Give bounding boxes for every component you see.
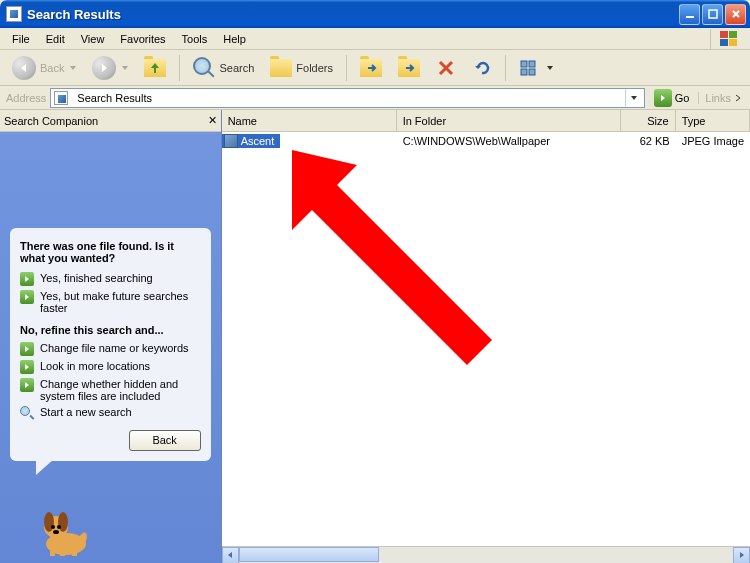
option-label: Change file name or keywords bbox=[40, 342, 189, 356]
column-name[interactable]: Name bbox=[222, 110, 397, 131]
separator bbox=[179, 55, 180, 81]
back-button[interactable]: Back bbox=[6, 53, 82, 83]
option-finished-searching[interactable]: Yes, finished searching bbox=[20, 272, 201, 286]
back-label: Back bbox=[40, 62, 64, 74]
svg-rect-3 bbox=[729, 31, 737, 38]
option-change-keywords[interactable]: Change file name or keywords bbox=[20, 342, 201, 356]
option-label: Change whether hidden and system files a… bbox=[40, 378, 201, 402]
annotation-arrow bbox=[262, 132, 522, 390]
svg-rect-4 bbox=[720, 39, 728, 46]
result-size: 62 KB bbox=[621, 135, 676, 147]
menu-view[interactable]: View bbox=[73, 31, 113, 47]
sidebar-header: Search Companion ✕ bbox=[0, 110, 221, 132]
go-arrow-icon bbox=[654, 89, 672, 107]
address-dropdown[interactable] bbox=[625, 89, 641, 107]
go-button[interactable]: Go bbox=[649, 89, 695, 107]
arrow-right-icon bbox=[20, 272, 34, 286]
delete-x-icon bbox=[436, 58, 456, 78]
minimize-button[interactable] bbox=[679, 4, 700, 25]
refine-heading: No, refine this search and... bbox=[20, 324, 201, 336]
forward-arrow-icon bbox=[92, 56, 116, 80]
svg-rect-1 bbox=[709, 10, 717, 18]
links-button[interactable]: Links bbox=[698, 92, 748, 104]
search-result-panel: There was one file found. Is it what you… bbox=[10, 228, 211, 461]
option-label: Start a new search bbox=[40, 406, 132, 420]
svg-point-15 bbox=[57, 525, 61, 529]
search-companion-sidebar: Search Companion ✕ There was one file fo… bbox=[0, 110, 222, 563]
menu-help[interactable]: Help bbox=[215, 31, 254, 47]
scroll-left-button[interactable] bbox=[222, 547, 239, 564]
folders-button[interactable]: Folders bbox=[264, 53, 339, 83]
sidebar-close-button[interactable]: ✕ bbox=[208, 114, 217, 127]
forward-button[interactable] bbox=[86, 53, 134, 83]
undo-icon bbox=[472, 58, 492, 78]
option-faster-searches[interactable]: Yes, but make future searches faster bbox=[20, 290, 201, 314]
address-value: Search Results bbox=[77, 92, 152, 104]
menu-favorites[interactable]: Favorites bbox=[112, 31, 173, 47]
views-button[interactable] bbox=[513, 53, 559, 83]
column-size[interactable]: Size bbox=[621, 110, 676, 131]
svg-marker-21 bbox=[292, 150, 492, 365]
results-column-header: Name In Folder Size Type bbox=[222, 110, 750, 132]
results-list[interactable]: Ascent C:\WINDOWS\Web\Wallpaper 62 KB JP… bbox=[222, 132, 750, 546]
undo-button[interactable] bbox=[466, 53, 498, 83]
up-button[interactable] bbox=[138, 53, 172, 83]
back-arrow-icon bbox=[12, 56, 36, 80]
views-icon bbox=[519, 58, 541, 78]
option-more-locations[interactable]: Look in more locations bbox=[20, 360, 201, 374]
address-input[interactable]: Search Results bbox=[50, 88, 644, 108]
menubar: File Edit View Favorites Tools Help bbox=[0, 28, 750, 50]
separator bbox=[346, 55, 347, 81]
panel-heading: There was one file found. Is it what you… bbox=[20, 240, 201, 264]
folder-copy-icon bbox=[398, 59, 420, 77]
result-row[interactable]: Ascent C:\WINDOWS\Web\Wallpaper 62 KB JP… bbox=[222, 132, 750, 149]
arrow-right-icon bbox=[20, 378, 34, 392]
arrow-right-icon bbox=[20, 342, 34, 356]
scroll-thumb[interactable] bbox=[239, 547, 379, 562]
folders-label: Folders bbox=[296, 62, 333, 74]
svg-point-13 bbox=[58, 512, 68, 532]
copy-to-button[interactable] bbox=[392, 53, 426, 83]
menu-tools[interactable]: Tools bbox=[174, 31, 216, 47]
search-dog-icon bbox=[36, 502, 96, 557]
option-hidden-files[interactable]: Change whether hidden and system files a… bbox=[20, 378, 201, 402]
option-new-search[interactable]: Start a new search bbox=[20, 406, 201, 420]
chevron-down-icon bbox=[70, 66, 76, 70]
svg-point-16 bbox=[53, 530, 59, 534]
close-button[interactable] bbox=[725, 4, 746, 25]
result-filename[interactable]: Ascent bbox=[222, 134, 280, 148]
chevron-down-icon bbox=[122, 66, 128, 70]
scroll-right-button[interactable] bbox=[733, 547, 750, 564]
svg-rect-5 bbox=[729, 39, 737, 46]
panel-back-button[interactable]: Back bbox=[129, 430, 201, 451]
horizontal-scrollbar[interactable] bbox=[222, 546, 750, 563]
arrow-right-icon bbox=[20, 290, 34, 304]
result-type: JPEG Image bbox=[676, 135, 750, 147]
svg-rect-18 bbox=[50, 550, 55, 556]
arrow-right-icon bbox=[20, 360, 34, 374]
chevron-down-icon bbox=[547, 66, 553, 70]
maximize-button[interactable] bbox=[702, 4, 723, 25]
column-type[interactable]: Type bbox=[676, 110, 750, 131]
result-folder: C:\WINDOWS\Web\Wallpaper bbox=[397, 135, 621, 147]
window-icon bbox=[6, 6, 22, 22]
svg-rect-0 bbox=[686, 16, 694, 18]
menu-edit[interactable]: Edit bbox=[38, 31, 73, 47]
address-label: Address bbox=[6, 92, 46, 104]
delete-button[interactable] bbox=[430, 53, 462, 83]
column-folder[interactable]: In Folder bbox=[397, 110, 621, 131]
option-label: Look in more locations bbox=[40, 360, 150, 374]
filename-text: Ascent bbox=[241, 135, 275, 147]
toolbar: Back Search Folders bbox=[0, 50, 750, 86]
folder-up-icon bbox=[144, 59, 166, 77]
move-to-button[interactable] bbox=[354, 53, 388, 83]
addressbar: Address Search Results Go Links bbox=[0, 86, 750, 110]
scroll-track[interactable] bbox=[239, 547, 733, 564]
menu-file[interactable]: File bbox=[4, 31, 38, 47]
search-button[interactable]: Search bbox=[187, 53, 260, 83]
sidebar-title: Search Companion bbox=[4, 115, 98, 127]
folders-icon bbox=[270, 59, 292, 77]
chevron-right-icon bbox=[734, 94, 742, 102]
folder-move-icon bbox=[360, 59, 382, 77]
image-file-icon bbox=[224, 134, 238, 148]
